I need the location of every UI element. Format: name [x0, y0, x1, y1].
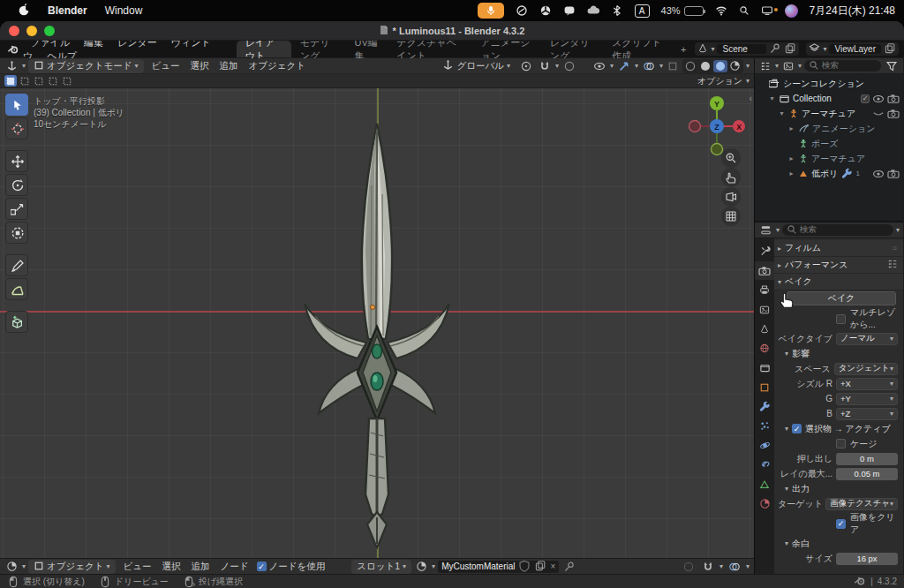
workspace-tab-レイアウト[interactable]: レイアウト: [237, 41, 291, 57]
panel-header-パフォーマンス[interactable]: ▸パフォーマンス: [774, 257, 903, 274]
subsection-header-影響[interactable]: ▾影響: [774, 346, 903, 361]
display-mode-icon[interactable]: [781, 61, 795, 72]
properties-tab-collection[interactable]: [755, 358, 774, 377]
outliner-item-label[interactable]: アーマチュア: [811, 153, 865, 165]
properties-tab-particles[interactable]: [755, 417, 774, 435]
disclosure-open-icon[interactable]: ▾: [778, 109, 786, 117]
disclosure-closed-icon[interactable]: ▸: [787, 170, 795, 177]
camera-icon[interactable]: [887, 93, 900, 105]
tool-box-select-button[interactable]: [5, 94, 28, 116]
camera-icon[interactable]: [887, 168, 900, 180]
outliner-row[interactable]: ▾アーマチュア: [755, 106, 903, 121]
shader-menu-ビュー[interactable]: ビュー: [118, 561, 157, 571]
workspace-tab-アニメーション[interactable]: アニメーション: [471, 41, 540, 57]
bake-button[interactable]: ベイク: [787, 291, 896, 305]
workspace-tab-UV編集[interactable]: UV編集: [345, 41, 388, 57]
select-mode-extend[interactable]: [19, 75, 31, 87]
value-field-サイズ[interactable]: 16 px: [836, 553, 898, 565]
value-field-押し出し[interactable]: 0 m: [836, 453, 898, 465]
menubar-item-blender[interactable]: Blender: [39, 4, 96, 17]
select-mode-set[interactable]: [4, 75, 17, 87]
scene-selector[interactable]: ▾ Scene: [695, 42, 799, 56]
properties-tab-view-layer[interactable]: [755, 300, 774, 319]
tool-rotate-button[interactable]: [5, 174, 28, 196]
scene-name[interactable]: Scene: [717, 44, 766, 54]
outliner-row[interactable]: ▸アーマチュア: [755, 151, 903, 166]
display-mirror-icon[interactable]: [761, 4, 773, 17]
menubar-item-window[interactable]: Window: [96, 4, 152, 17]
workspace-tab-テクスチャペイント[interactable]: テクスチャペイント: [388, 41, 471, 57]
viewport-camera-view-button[interactable]: [721, 187, 741, 207]
properties-tab-output[interactable]: [755, 281, 774, 299]
blender-logo-icon[interactable]: [5, 43, 21, 56]
value-field-レイの最大...[interactable]: 0.05 m: [836, 468, 898, 480]
properties-tab-physics[interactable]: [755, 436, 774, 455]
window-titlebar[interactable]: * Luminous11 - Blender 4.3.2: [0, 21, 904, 41]
navigation-gizmo[interactable]: Y Z X: [689, 95, 745, 157]
pin-icon[interactable]: [561, 561, 577, 573]
gizmos-dropdown[interactable]: [616, 60, 632, 72]
tool-move-button[interactable]: [5, 150, 28, 172]
viewport-menu-オブジェクト[interactable]: オブジェクト: [244, 60, 311, 71]
outliner-item-label[interactable]: アーマチュア: [802, 108, 855, 120]
eye-icon[interactable]: [872, 93, 885, 105]
select-mode-invert[interactable]: [47, 75, 59, 87]
shading-solid-button[interactable]: [698, 60, 712, 72]
checkbox-マルチレゾから...[interactable]: [836, 314, 846, 324]
outliner-item-label[interactable]: アニメーション: [812, 123, 875, 135]
viewlayer-selector[interactable]: ▾ ViewLayer: [806, 42, 899, 56]
menubar-clock[interactable]: 7月24日(木) 21:48: [810, 4, 895, 19]
tool-scale-button[interactable]: [5, 198, 28, 220]
select-mode-subtract[interactable]: [33, 75, 45, 87]
proportional-edit-icon[interactable]: [561, 60, 577, 72]
checkbox-画像をクリア[interactable]: ✓: [836, 519, 846, 529]
unlink-material-icon[interactable]: ×: [550, 562, 555, 571]
siri-icon[interactable]: [785, 4, 798, 18]
sword-model[interactable]: [280, 115, 474, 549]
orientation-dropdown[interactable]: グローバル ▾: [437, 58, 516, 73]
panel-header-ベイク[interactable]: ▾ベイク: [774, 274, 903, 290]
shading-wireframe-button[interactable]: [683, 60, 697, 72]
outliner-row[interactable]: シーンコレクション: [755, 76, 903, 91]
dropdown-ターゲット[interactable]: 画像テクスチャ▾: [825, 498, 898, 510]
outliner-item-label[interactable]: ポーズ: [811, 138, 838, 150]
checkbox-選択物 → アクティブ[interactable]: ✓: [792, 424, 802, 433]
object-visibility-dropdown[interactable]: [591, 60, 607, 72]
panel-header-フィルム[interactable]: ▸フィルム≡: [774, 240, 903, 257]
add-workspace-button[interactable]: +: [674, 43, 693, 56]
minimize-window-button[interactable]: [26, 26, 37, 36]
subsection-header-余白[interactable]: ▾余白: [774, 536, 903, 551]
mode-dropdown[interactable]: オブジェクトモード ▾: [28, 59, 143, 73]
use-nodes-checkbox[interactable]: ✓: [257, 562, 267, 571]
outliner-row[interactable]: ▾Collection✓: [755, 91, 903, 106]
properties-tab-render[interactable]: [755, 261, 774, 280]
outliner-search-input[interactable]: 検索: [804, 60, 881, 72]
properties-tab-constraints[interactable]: [755, 456, 774, 474]
properties-tab-scene[interactable]: [755, 320, 774, 338]
camera-icon[interactable]: [887, 108, 900, 120]
input-source-indicator[interactable]: A: [635, 4, 650, 18]
collection-checkbox[interactable]: ✓: [861, 94, 870, 103]
properties-tab-tool[interactable]: [755, 242, 774, 260]
eye-icon[interactable]: [872, 168, 885, 180]
options-dropdown[interactable]: オプション ▾: [697, 75, 750, 87]
presets-icon[interactable]: [887, 259, 898, 271]
shader-menu-ノード[interactable]: ノード: [215, 561, 254, 571]
properties-tab-material[interactable]: [755, 494, 774, 513]
checkbox-ケージ[interactable]: [836, 439, 846, 449]
material-slot-dropdown[interactable]: スロット1 ▾: [351, 560, 411, 574]
xray-toggle-icon[interactable]: [666, 61, 680, 72]
shader-mode-dropdown[interactable]: オブジェクト ▾: [28, 560, 116, 574]
subsection-header-選択物 → アクティブ[interactable]: ▾✓選択物 → アクティブ: [774, 421, 903, 436]
viewport-zoom-button[interactable]: [721, 148, 741, 168]
viewport-menu-追加[interactable]: 追加: [215, 60, 244, 71]
new-viewlayer-icon[interactable]: [884, 42, 896, 57]
eye-closed-icon[interactable]: [872, 108, 885, 120]
pin-icon[interactable]: [769, 42, 781, 57]
snap-magnet-icon[interactable]: [700, 561, 716, 573]
viewport-menu-選択[interactable]: 選択: [185, 60, 215, 71]
tool-measure-button[interactable]: [5, 278, 28, 300]
outliner-row[interactable]: ▸低ポリ1: [755, 166, 903, 181]
zoom-window-button[interactable]: [44, 26, 55, 36]
outliner-row[interactable]: ▸アニメーション: [755, 121, 903, 136]
